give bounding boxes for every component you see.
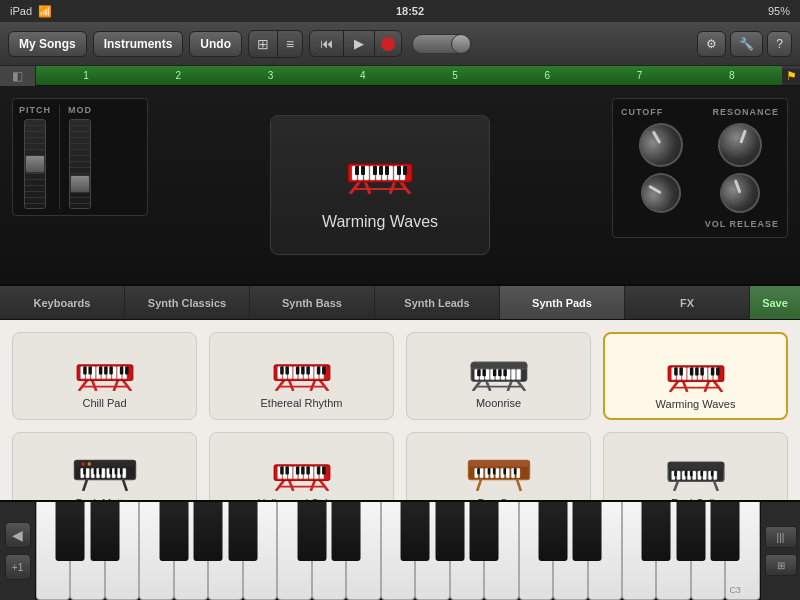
svg-rect-59	[280, 367, 283, 375]
mod-fader[interactable]	[69, 119, 91, 209]
preset-fuel-cells[interactable]: Fuel Cells	[603, 432, 788, 500]
resonance-knob[interactable]	[711, 117, 767, 173]
black-key-12[interactable]	[573, 502, 602, 561]
black-key-1[interactable]	[56, 502, 85, 561]
cutoff-knob-2[interactable]	[633, 166, 688, 221]
preset-chill-pad[interactable]: Chill Pad	[12, 332, 197, 420]
svg-rect-85	[498, 369, 501, 376]
my-songs-button[interactable]: My Songs	[8, 31, 87, 57]
help-button[interactable]: ?	[767, 31, 792, 57]
black-key-5[interactable]	[228, 502, 257, 561]
black-key-11[interactable]	[538, 502, 567, 561]
black-key-2[interactable]	[90, 502, 119, 561]
svg-rect-160	[495, 468, 498, 478]
transport-controls: ⏮ ▶	[309, 30, 402, 57]
settings-icon[interactable]: ⚙	[697, 31, 726, 57]
black-key-4[interactable]	[194, 502, 223, 561]
svg-rect-80	[511, 369, 515, 379]
svg-rect-146	[285, 467, 288, 475]
svg-rect-43	[125, 367, 128, 375]
piano-c3-label: C3	[729, 585, 741, 595]
keyboard-layout-btn[interactable]: |||	[765, 526, 797, 548]
svg-point-114	[87, 462, 90, 465]
tab-synth-pads[interactable]: Synth Pads	[500, 286, 625, 319]
preset-icon-dark-matter	[70, 443, 140, 491]
svg-line-131	[319, 480, 328, 491]
svg-rect-185	[689, 471, 692, 476]
preset-hollywood-strings[interactable]: Hollywood Strings	[209, 432, 394, 500]
black-key-10[interactable]	[470, 502, 499, 561]
black-key-8[interactable]	[401, 502, 430, 561]
right-icons: ⚙ 🔧 ?	[697, 31, 792, 57]
svg-rect-145	[280, 467, 283, 475]
svg-rect-157	[479, 468, 482, 478]
keyboard-grid-btn[interactable]: ⊞	[765, 554, 797, 576]
knob-section: CUTOFF RESONANCE VOL RELEASE	[612, 98, 788, 238]
instruments-button[interactable]: Instruments	[93, 31, 184, 57]
synth-area: PITCH MOD	[0, 86, 800, 286]
black-key-15[interactable]	[711, 502, 740, 561]
svg-rect-40	[104, 367, 107, 375]
instrument-display[interactable]: Warming Waves	[270, 115, 490, 255]
svg-rect-124	[83, 468, 86, 474]
preset-grid-container: Chill Pad	[0, 320, 800, 500]
vol-release-label: VOL RELEASE	[621, 219, 779, 229]
instrument-icon	[340, 139, 420, 203]
record-button[interactable]	[381, 37, 395, 51]
cutoff-knob[interactable]	[630, 115, 690, 175]
tab-synth-classics[interactable]: Synth Classics	[125, 286, 250, 319]
tab-fx[interactable]: FX	[625, 286, 750, 319]
svg-rect-41	[109, 367, 112, 375]
tab-save[interactable]: Save	[750, 286, 800, 319]
status-left: iPad 📶	[10, 5, 52, 18]
undo-button[interactable]: Undo	[189, 31, 242, 57]
main-content: ◧ 1 2 3 4 5 6 7 8 ⚑ PITCH	[0, 66, 800, 600]
preset-warming-waves[interactable]: Warming Waves	[603, 332, 788, 420]
preset-ethereal-rhythm[interactable]: Ethereal Rhythm	[209, 332, 394, 420]
piano-octave-up[interactable]: +1	[5, 554, 31, 580]
svg-rect-20	[397, 166, 401, 175]
ruler-mark-5: 5	[452, 70, 458, 81]
black-key-14[interactable]	[676, 502, 705, 561]
ruler-mark-4: 4	[360, 70, 366, 81]
svg-rect-15	[355, 166, 359, 175]
svg-rect-150	[316, 467, 319, 475]
grid-view-icon[interactable]: ⊞	[249, 31, 278, 57]
black-key-9[interactable]	[435, 502, 464, 561]
wrench-icon[interactable]: 🔧	[730, 31, 763, 57]
piano-sidebar-left: ◀ +1	[0, 502, 36, 600]
preset-day-spa[interactable]: Day Spa	[406, 432, 591, 500]
status-time: 18:52	[396, 5, 424, 17]
cutoff-label: CUTOFF	[621, 107, 663, 117]
svg-rect-175	[676, 471, 679, 480]
black-key-3[interactable]	[159, 502, 188, 561]
instrument-name: Warming Waves	[322, 213, 438, 231]
keyboard-on-stand-svg	[340, 139, 420, 194]
svg-rect-61	[295, 367, 298, 375]
piano-nav-left[interactable]: ◀	[5, 522, 31, 548]
resonance-knob-2[interactable]	[714, 167, 765, 218]
preset-icon-hollywood-strings	[267, 443, 337, 491]
preset-dark-matter[interactable]: Dark Matter	[12, 432, 197, 500]
svg-rect-126	[98, 468, 101, 474]
black-key-13[interactable]	[642, 502, 671, 561]
svg-rect-173	[668, 462, 724, 469]
preset-moonrise[interactable]: Moonrise	[406, 332, 591, 420]
black-key-7[interactable]	[332, 502, 361, 561]
svg-rect-166	[487, 468, 490, 474]
right-controls: CUTOFF RESONANCE VOL RELEASE	[600, 86, 800, 284]
timeline-end-flag: ⚑	[782, 69, 800, 83]
svg-line-45	[319, 380, 328, 391]
black-key-6[interactable]	[297, 502, 326, 561]
tab-synth-leads[interactable]: Synth Leads	[375, 286, 500, 319]
tab-synth-bass[interactable]: Synth Bass	[250, 286, 375, 319]
svg-line-90	[704, 381, 708, 392]
playhead-knob[interactable]	[412, 34, 472, 54]
pitch-fader[interactable]	[24, 119, 46, 209]
timeline-ruler[interactable]: 1 2 3 4 5 6 7 8	[36, 66, 782, 85]
piano-keys[interactable]: C3	[36, 502, 760, 600]
tab-keyboards[interactable]: Keyboards	[0, 286, 125, 319]
rewind-button[interactable]: ⏮	[310, 31, 344, 56]
list-view-icon[interactable]: ≡	[278, 31, 302, 57]
play-button[interactable]: ▶	[344, 31, 375, 56]
